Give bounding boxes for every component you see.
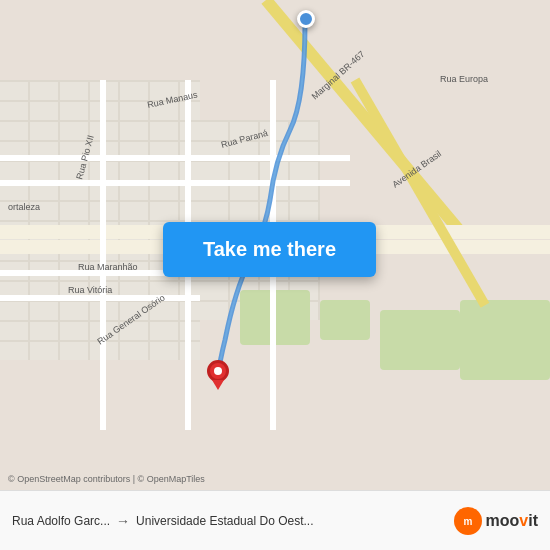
bottom-bar: Rua Adolfo Garc... → Universidade Estadu… — [0, 490, 550, 550]
origin-dot — [297, 10, 315, 28]
park-area-3 — [380, 310, 460, 370]
arrow-icon: → — [116, 513, 130, 529]
moovit-logo: m moovit — [454, 507, 538, 535]
route-info: Rua Adolfo Garc... → Universidade Estadu… — [12, 513, 313, 529]
moovit-text: moovit — [486, 512, 538, 530]
street-manaus — [0, 155, 350, 161]
origin-label: Rua Adolfo Garc... — [12, 514, 110, 528]
park-area-4 — [460, 300, 550, 380]
destination-pin — [207, 360, 229, 392]
park-area-2 — [320, 300, 370, 340]
street-parana — [0, 180, 350, 186]
destination-label: Universidade Estadual Do Oest... — [136, 514, 313, 528]
map-attribution: © OpenStreetMap contributors | © OpenMap… — [8, 468, 205, 486]
svg-text:m: m — [463, 516, 472, 527]
street-pioxii — [100, 80, 106, 430]
moovit-icon: m — [454, 507, 482, 535]
take-me-there-button[interactable]: Take me there — [163, 222, 376, 277]
map-container: Rua Manaus Rua Paraná Marginal BR-467 Ru… — [0, 0, 550, 490]
